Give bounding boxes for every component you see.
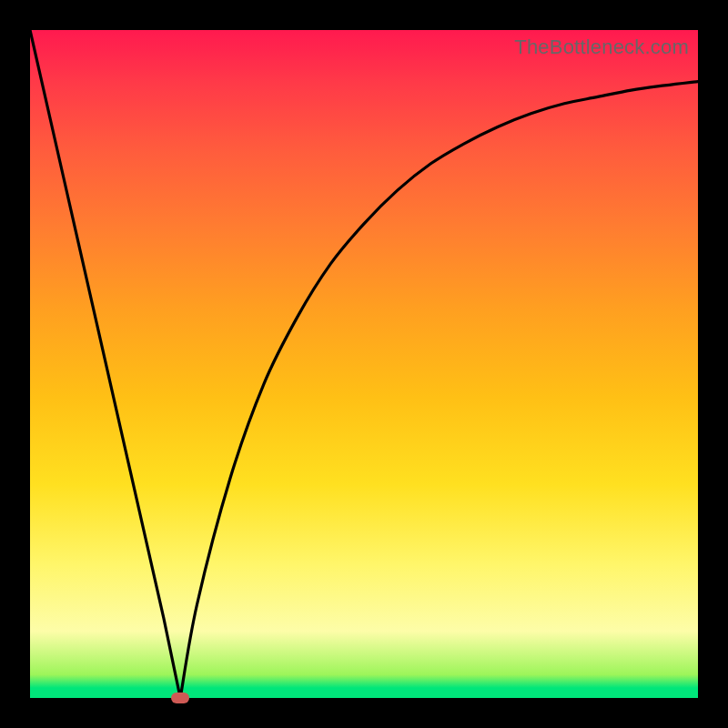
bottleneck-curve [30, 30, 698, 698]
chart-frame: TheBottleneck.com [0, 0, 728, 728]
plot-area: TheBottleneck.com [30, 30, 698, 698]
minimum-marker [171, 693, 189, 703]
